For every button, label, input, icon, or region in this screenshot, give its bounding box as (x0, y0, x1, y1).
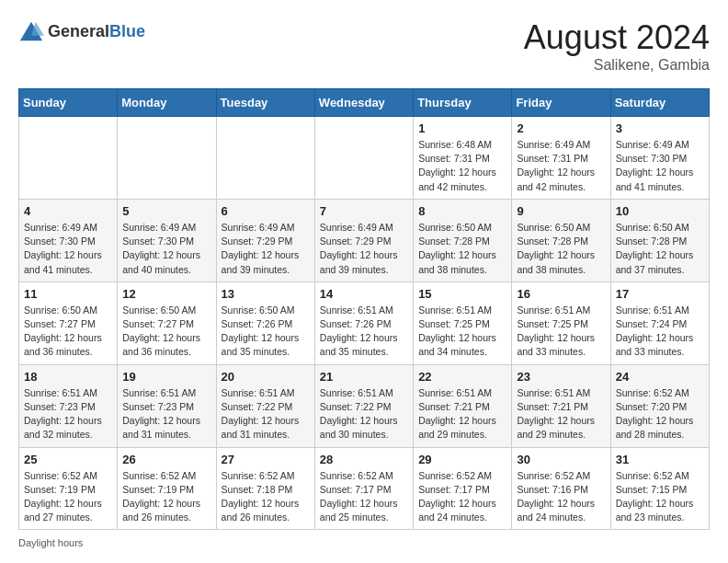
day-number: 14 (320, 287, 408, 301)
day-number: 7 (320, 204, 408, 218)
day-number: 1 (418, 121, 506, 135)
day-number: 17 (616, 287, 704, 301)
calendar-cell: 24 Sunrise: 6:52 AMSunset: 7:20 PMDaylig… (610, 364, 709, 447)
day-info: Sunrise: 6:51 AMSunset: 7:26 PMDaylight:… (320, 304, 408, 360)
day-info: Sunrise: 6:52 AMSunset: 7:19 PMDaylight:… (122, 469, 210, 525)
day-of-week-header: Monday (118, 89, 216, 117)
logo-text: GeneralBlue (48, 22, 145, 41)
day-of-week-header: Wednesday (314, 89, 413, 117)
calendar-week-row: 25 Sunrise: 6:52 AMSunset: 7:19 PMDaylig… (19, 447, 710, 530)
day-number: 13 (222, 287, 310, 301)
day-number: 25 (24, 453, 112, 466)
calendar-cell: 7 Sunrise: 6:49 AMSunset: 7:29 PMDayligh… (314, 199, 413, 282)
day-number: 9 (517, 204, 605, 218)
logo-blue-text: Blue (109, 22, 145, 40)
day-number: 4 (24, 204, 112, 218)
page-header: GeneralBlue August 2024 Salikene, Gambia (18, 18, 710, 74)
day-info: Sunrise: 6:51 AMSunset: 7:21 PMDaylight:… (418, 386, 506, 442)
calendar-cell: 4 Sunrise: 6:49 AMSunset: 7:30 PMDayligh… (19, 199, 118, 282)
day-info: Sunrise: 6:51 AMSunset: 7:23 PMDaylight:… (122, 386, 210, 442)
calendar-cell: 29 Sunrise: 6:52 AMSunset: 7:17 PMDaylig… (414, 447, 512, 530)
day-info: Sunrise: 6:49 AMSunset: 7:30 PMDaylight:… (616, 138, 704, 194)
calendar-cell: 31 Sunrise: 6:52 AMSunset: 7:15 PMDaylig… (610, 447, 709, 530)
day-number: 12 (122, 287, 210, 301)
calendar-cell: 17 Sunrise: 6:51 AMSunset: 7:24 PMDaylig… (610, 282, 709, 364)
calendar-cell: 1 Sunrise: 6:48 AMSunset: 7:31 PMDayligh… (414, 117, 512, 200)
day-info: Sunrise: 6:51 AMSunset: 7:22 PMDaylight:… (320, 386, 408, 442)
logo: GeneralBlue (18, 18, 145, 44)
day-info: Sunrise: 6:50 AMSunset: 7:28 PMDaylight:… (616, 221, 704, 277)
day-info: Sunrise: 6:51 AMSunset: 7:24 PMDaylight:… (616, 304, 704, 360)
day-number: 16 (517, 287, 605, 301)
calendar-cell: 28 Sunrise: 6:52 AMSunset: 7:17 PMDaylig… (314, 447, 413, 530)
calendar-cell: 8 Sunrise: 6:50 AMSunset: 7:28 PMDayligh… (414, 199, 512, 282)
calendar-cell (19, 117, 118, 200)
calendar-cell: 27 Sunrise: 6:52 AMSunset: 7:18 PMDaylig… (216, 447, 314, 530)
day-of-week-header: Tuesday (216, 89, 314, 117)
day-of-week-header: Saturday (610, 89, 709, 117)
calendar-cell: 26 Sunrise: 6:52 AMSunset: 7:19 PMDaylig… (118, 447, 216, 530)
calendar-week-row: 1 Sunrise: 6:48 AMSunset: 7:31 PMDayligh… (19, 117, 710, 200)
day-number: 26 (122, 453, 210, 466)
calendar-cell: 25 Sunrise: 6:52 AMSunset: 7:19 PMDaylig… (19, 447, 118, 530)
day-number: 19 (122, 370, 210, 384)
day-info: Sunrise: 6:52 AMSunset: 7:18 PMDaylight:… (222, 469, 310, 525)
title-area: August 2024 Salikene, Gambia (524, 18, 710, 74)
calendar-cell: 6 Sunrise: 6:49 AMSunset: 7:29 PMDayligh… (216, 199, 314, 282)
calendar-week-row: 4 Sunrise: 6:49 AMSunset: 7:30 PMDayligh… (19, 199, 710, 282)
day-info: Sunrise: 6:49 AMSunset: 7:31 PMDaylight:… (517, 138, 605, 194)
calendar-cell: 14 Sunrise: 6:51 AMSunset: 7:26 PMDaylig… (314, 282, 413, 364)
day-of-week-header: Sunday (19, 89, 118, 117)
footer: Daylight hours (18, 537, 710, 548)
day-info: Sunrise: 6:51 AMSunset: 7:25 PMDaylight:… (517, 304, 605, 360)
calendar-cell: 3 Sunrise: 6:49 AMSunset: 7:30 PMDayligh… (610, 117, 709, 200)
calendar-cell: 9 Sunrise: 6:50 AMSunset: 7:28 PMDayligh… (512, 199, 610, 282)
day-number: 8 (418, 204, 506, 218)
calendar-cell: 13 Sunrise: 6:50 AMSunset: 7:26 PMDaylig… (216, 282, 314, 364)
day-number: 5 (122, 204, 210, 218)
day-of-week-header: Thursday (414, 89, 512, 117)
calendar-cell: 11 Sunrise: 6:50 AMSunset: 7:27 PMDaylig… (19, 282, 118, 364)
day-number: 18 (24, 370, 112, 384)
day-info: Sunrise: 6:49 AMSunset: 7:30 PMDaylight:… (122, 221, 210, 277)
day-info: Sunrise: 6:50 AMSunset: 7:27 PMDaylight:… (24, 304, 112, 360)
calendar-cell: 5 Sunrise: 6:49 AMSunset: 7:30 PMDayligh… (118, 199, 216, 282)
day-info: Sunrise: 6:52 AMSunset: 7:17 PMDaylight:… (418, 469, 506, 525)
day-number: 31 (616, 453, 704, 466)
calendar-header-row: SundayMondayTuesdayWednesdayThursdayFrid… (19, 89, 710, 117)
day-number: 28 (320, 453, 408, 466)
day-number: 29 (418, 453, 506, 466)
day-info: Sunrise: 6:50 AMSunset: 7:28 PMDaylight:… (418, 221, 506, 277)
day-info: Sunrise: 6:52 AMSunset: 7:19 PMDaylight:… (24, 469, 112, 525)
calendar-cell: 12 Sunrise: 6:50 AMSunset: 7:27 PMDaylig… (118, 282, 216, 364)
calendar-table: SundayMondayTuesdayWednesdayThursdayFrid… (18, 88, 710, 530)
day-info: Sunrise: 6:50 AMSunset: 7:26 PMDaylight:… (222, 304, 310, 360)
day-number: 15 (418, 287, 506, 301)
calendar-week-row: 18 Sunrise: 6:51 AMSunset: 7:23 PMDaylig… (19, 364, 710, 447)
calendar-cell: 22 Sunrise: 6:51 AMSunset: 7:21 PMDaylig… (414, 364, 512, 447)
day-number: 24 (616, 370, 704, 384)
day-info: Sunrise: 6:51 AMSunset: 7:22 PMDaylight:… (222, 386, 310, 442)
calendar-cell (314, 117, 413, 200)
location: Salikene, Gambia (524, 57, 710, 74)
calendar-week-row: 11 Sunrise: 6:50 AMSunset: 7:27 PMDaylig… (19, 282, 710, 364)
day-number: 21 (320, 370, 408, 384)
day-number: 3 (616, 121, 704, 135)
day-info: Sunrise: 6:49 AMSunset: 7:29 PMDaylight:… (222, 221, 310, 277)
calendar-cell: 2 Sunrise: 6:49 AMSunset: 7:31 PMDayligh… (512, 117, 610, 200)
logo-general: General (48, 22, 109, 40)
day-info: Sunrise: 6:51 AMSunset: 7:23 PMDaylight:… (24, 386, 112, 442)
day-number: 27 (222, 453, 310, 466)
calendar-cell: 10 Sunrise: 6:50 AMSunset: 7:28 PMDaylig… (610, 199, 709, 282)
day-info: Sunrise: 6:50 AMSunset: 7:27 PMDaylight:… (122, 304, 210, 360)
day-info: Sunrise: 6:50 AMSunset: 7:28 PMDaylight:… (517, 221, 605, 277)
day-number: 23 (517, 370, 605, 384)
calendar-cell (216, 117, 314, 200)
month-year: August 2024 (524, 18, 710, 57)
day-info: Sunrise: 6:51 AMSunset: 7:21 PMDaylight:… (517, 386, 605, 442)
calendar-cell: 19 Sunrise: 6:51 AMSunset: 7:23 PMDaylig… (118, 364, 216, 447)
calendar-cell: 15 Sunrise: 6:51 AMSunset: 7:25 PMDaylig… (414, 282, 512, 364)
logo-icon (18, 18, 44, 44)
day-info: Sunrise: 6:52 AMSunset: 7:16 PMDaylight:… (517, 469, 605, 525)
day-number: 6 (222, 204, 310, 218)
